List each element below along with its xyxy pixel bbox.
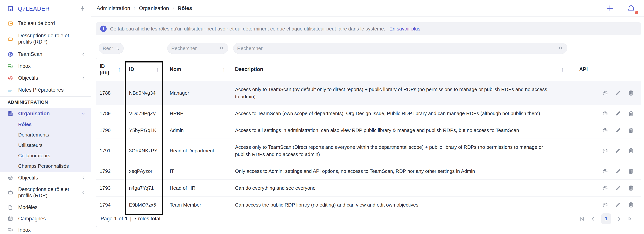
- pencil-icon[interactable]: [615, 202, 621, 208]
- filter-description: [233, 43, 567, 54]
- row-actions: [602, 163, 644, 180]
- trash-icon[interactable]: [628, 90, 634, 96]
- cell-id-db: 1793: [100, 180, 122, 196]
- first-page-icon[interactable]: [579, 216, 585, 222]
- sidebar-item-inbox-admin[interactable]: Inbox: [0, 224, 91, 234]
- chat-bubbles-icon: [8, 227, 13, 233]
- trash-icon[interactable]: [628, 127, 634, 134]
- sort-icon[interactable]: ↑: [156, 58, 159, 81]
- sidebar-subitem-champs-personnalises[interactable]: Champs Personnalisés: [0, 161, 91, 171]
- sidebar-subitem-roles[interactable]: Rôles: [0, 119, 91, 130]
- trash-icon[interactable]: [628, 110, 634, 116]
- column-header-id-db[interactable]: ID (db): [100, 58, 114, 81]
- trash-icon[interactable]: [628, 148, 634, 154]
- sidebar-item-objectifs-admin[interactable]: Objectifs: [0, 172, 91, 184]
- organisation-group: Organisation Rôles Départements Utilisat…: [0, 108, 91, 172]
- sort-ascending-icon[interactable]: ↑: [118, 58, 121, 81]
- learn-more-link[interactable]: En savoir plus: [390, 26, 420, 32]
- sidebar-item-campagnes[interactable]: Campagnes: [0, 213, 91, 224]
- sidebar-item-teamscan[interactable]: TeamScan: [0, 48, 91, 60]
- calendar-icon: [8, 216, 13, 222]
- info-banner: i Ce tableau affiche les rôles qu'un uti…: [96, 22, 641, 35]
- sidebar-item-label: Campagnes: [18, 216, 59, 222]
- logo-text: Q7LEADER: [18, 6, 50, 12]
- fingerprint-icon[interactable]: [602, 185, 608, 191]
- search-input-description[interactable]: [237, 46, 556, 51]
- search-input-nom[interactable]: [171, 46, 218, 51]
- sidebar-item-label: Inbox: [18, 227, 44, 233]
- sort-icon[interactable]: ↑: [222, 58, 225, 81]
- previous-page-icon[interactable]: [590, 216, 596, 222]
- table-body: Access only to TeamScan (by default only…: [96, 81, 641, 213]
- cell-nom: Admin: [170, 122, 232, 138]
- logo[interactable]: Q7LEADER: [0, 0, 91, 18]
- fingerprint-icon[interactable]: [602, 148, 608, 154]
- page-1-button[interactable]: 1: [602, 213, 611, 224]
- sort-icon[interactable]: ↑: [561, 58, 564, 81]
- chevron-left-icon: [81, 76, 86, 81]
- table-header: ID (db) ↑ ID ↑ Nom ↑ Description ↑ API: [96, 58, 641, 81]
- column-header-description[interactable]: Description: [235, 58, 263, 81]
- table-row[interactable]: Access only to TeamScan (Direct reports …: [96, 139, 641, 163]
- pagination-controls: 1: [579, 210, 634, 227]
- last-page-icon[interactable]: [627, 216, 634, 222]
- pencil-icon[interactable]: [615, 148, 621, 154]
- sidebar-item-organisation[interactable]: Organisation: [0, 108, 91, 119]
- fingerprint-icon[interactable]: [602, 168, 608, 174]
- cell-nom: HRBP: [170, 105, 232, 122]
- trash-icon[interactable]: [628, 202, 634, 208]
- cell-nom: Manager: [170, 81, 232, 105]
- sidebar-item-objectifs[interactable]: Objectifs: [0, 72, 91, 84]
- search-icon: [115, 46, 120, 51]
- sidebar-item-rdp[interactable]: Descriptions de rôle et profils (RDP): [0, 29, 91, 48]
- sidebar-subitem-collaborateurs[interactable]: Collaborateurs: [0, 150, 91, 161]
- cell-id-db: 1790: [100, 122, 122, 138]
- sidebar-item-notes-preparatoires[interactable]: Notes Préparatoires: [0, 84, 91, 96]
- document-icon: [8, 204, 13, 210]
- cell-id: Y5byRGq1K: [129, 122, 161, 138]
- next-page-icon[interactable]: [616, 216, 622, 222]
- search-input-id-db[interactable]: [103, 46, 113, 51]
- table-row[interactable]: Access to all settings in administration…: [96, 122, 641, 139]
- plus-icon[interactable]: [605, 4, 614, 13]
- briefcase-icon: [8, 36, 13, 42]
- table-row[interactable]: Access to TeamScan (own scope of departm…: [96, 105, 641, 122]
- total-roles-text: 7 rôles total: [134, 216, 160, 222]
- table-row[interactable]: Can do everything and see everyone1793n4…: [96, 180, 641, 196]
- fingerprint-icon[interactable]: [602, 127, 608, 134]
- cell-id-db: 1788: [100, 81, 122, 105]
- pencil-icon[interactable]: [615, 168, 621, 174]
- fingerprint-icon[interactable]: [602, 90, 608, 96]
- pencil-icon[interactable]: [615, 185, 621, 191]
- pencil-icon[interactable]: [615, 90, 621, 96]
- breadcrumb-administration[interactable]: Administration: [96, 5, 130, 11]
- fingerprint-icon[interactable]: [602, 110, 608, 116]
- column-header-nom[interactable]: Nom: [170, 58, 181, 81]
- breadcrumb-organisation[interactable]: Organisation: [139, 5, 169, 11]
- pin-icon[interactable]: [79, 5, 86, 12]
- cell-id: xeqPAyzor: [129, 163, 161, 180]
- sidebar-item-label: Descriptions de rôle et profils (RDP): [18, 32, 91, 45]
- sidebar-item-rdp-admin[interactable]: Descriptions de rôle et profils (RDP): [0, 184, 91, 202]
- briefcase-icon: [8, 190, 13, 196]
- cell-description: Access to all settings in administration…: [235, 122, 552, 138]
- fingerprint-icon[interactable]: [602, 202, 608, 208]
- current-page: 1: [114, 216, 117, 222]
- notification-dot: [635, 11, 638, 14]
- bell-icon[interactable]: [626, 4, 636, 13]
- pencil-icon[interactable]: [615, 127, 621, 134]
- column-header-id[interactable]: ID: [129, 58, 134, 81]
- sidebar-item-tableau-de-bord[interactable]: Tableau de bord: [0, 18, 91, 29]
- trash-icon[interactable]: [628, 168, 634, 174]
- separator: |: [129, 216, 132, 222]
- table-row[interactable]: Access only to TeamScan (by default only…: [96, 81, 641, 105]
- trash-icon[interactable]: [628, 185, 634, 191]
- sidebar-item-inbox[interactable]: Inbox: [0, 60, 91, 72]
- sidebar-item-modeles[interactable]: Modèles: [0, 202, 91, 213]
- cell-nom: IT: [170, 163, 232, 180]
- sidebar-subitem-utilisateurs[interactable]: Utilisateurs: [0, 140, 91, 150]
- page-label: Page: [100, 216, 112, 222]
- pencil-icon[interactable]: [615, 110, 621, 116]
- table-row[interactable]: Only access to Admin: settings and API o…: [96, 163, 641, 180]
- sidebar-subitem-departements[interactable]: Départements: [0, 130, 91, 140]
